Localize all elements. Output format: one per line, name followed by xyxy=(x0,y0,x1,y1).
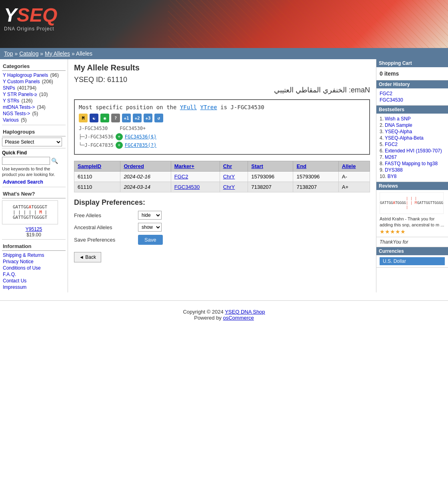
chr-link-0[interactable]: ChrY xyxy=(223,174,235,180)
sidebar-product-link[interactable]: Y95125 xyxy=(2,226,66,232)
ht-branch-prefix-0: ├─J-FGC34536 xyxy=(79,134,114,140)
main-content: My Allele Results YSEQ ID: 61110 Name: ا… xyxy=(68,59,376,292)
thankyou-section: ThankYou for xyxy=(376,237,448,247)
bestseller-0: 1. Wish a SNP xyxy=(380,116,445,122)
advanced-search-link[interactable]: Advanced Search xyxy=(2,179,66,185)
search-input[interactable] xyxy=(2,157,50,165)
review-text: Astrid Krahn - Thank you for adding this… xyxy=(380,216,445,228)
col-sample-id[interactable]: SampleID xyxy=(74,161,120,172)
bestseller-link-9[interactable]: BY8 xyxy=(388,174,397,179)
display-preferences: Display Preferences: Free Alleles hide s… xyxy=(74,198,370,245)
info-contact[interactable]: Contact Us xyxy=(2,278,66,284)
bestseller-link-3[interactable]: YSEQ-Alpha-Beta xyxy=(385,135,424,141)
sidebar-item-mtdna[interactable]: mtDNA Tests-> (34) xyxy=(2,104,66,110)
ht-icon-2[interactable]: ◉ xyxy=(100,114,109,122)
categories-title: Categories xyxy=(2,61,66,71)
info-faq[interactable]: F.A.Q. xyxy=(2,271,66,278)
sidebar-item-y-custom-panels[interactable]: Y Custom Panels (206) xyxy=(2,78,66,85)
ht-icon-plus3[interactable]: +3 xyxy=(144,114,152,122)
chr-link-1[interactable]: ChrY xyxy=(223,184,235,190)
ht-branch-btn-0[interactable]: + xyxy=(116,133,123,140)
ht-icon-1[interactable]: ☯ xyxy=(90,114,98,122)
engine-link[interactable]: osCommerce xyxy=(223,315,254,321)
info-privacy[interactable]: Privacy Notice xyxy=(2,258,66,265)
results-table: SampleID Ordered Marker+ Chr Start End A… xyxy=(74,161,370,192)
dna-graphic xyxy=(168,0,448,48)
cell-chr-1: ChrY xyxy=(220,182,248,192)
sidebar-item-various[interactable]: Various (5) xyxy=(2,117,66,123)
col-end[interactable]: End xyxy=(293,161,338,172)
breadcrumb-my-alleles[interactable]: My Alleles xyxy=(45,50,70,57)
yfull-link[interactable]: YFull xyxy=(180,104,197,110)
haplogroups-select[interactable]: Please Select xyxy=(2,138,62,146)
cell-start-1: 7138207 xyxy=(248,182,293,192)
whats-new-title: What's New? xyxy=(2,189,66,198)
cell-end-0: 15793096 xyxy=(293,172,338,182)
sidebar-item-snps[interactable]: SNPs (401794) xyxy=(2,85,66,91)
col-marker[interactable]: Marker+ xyxy=(171,161,220,172)
breadcrumb-catalog[interactable]: Catalog xyxy=(19,50,38,57)
marker-link-1[interactable]: FGC34530 xyxy=(174,184,200,190)
table-row: 61110 2024-02-16 FGC2 ChrY 15793096 1579… xyxy=(74,172,370,182)
info-impressum[interactable]: Impressum xyxy=(2,284,66,290)
ht-branch-link-0[interactable]: FGC34536($) xyxy=(125,134,156,140)
col-chr[interactable]: Chr xyxy=(220,161,248,172)
bestseller-link-7[interactable]: FASTQ Mapping to hg38 xyxy=(385,161,438,166)
review-seq-0: GATTGGATGGGG xyxy=(380,201,406,205)
order-link-1[interactable]: FGC34530 xyxy=(380,97,445,103)
bestseller-link-4[interactable]: FGC2 xyxy=(385,142,398,147)
shopping-cart-section: Shopping Cart 0 items xyxy=(376,59,448,80)
order-link-0[interactable]: FGC2 xyxy=(380,90,445,97)
sidebar-item-y-strs[interactable]: Y STRs (126) xyxy=(2,98,66,104)
ht-branch-btn-1[interactable]: + xyxy=(116,142,123,149)
bestseller-6: 7. M267 xyxy=(380,154,445,160)
shop-name-link[interactable]: YSEQ DNA Shop xyxy=(225,309,265,315)
breadcrumb-top[interactable]: Top xyxy=(4,50,13,57)
order-history-section: Order History FGC2 FGC34530 xyxy=(376,80,448,106)
marker-link-0[interactable]: FGC2 xyxy=(174,174,188,180)
ht-icon-3[interactable]: ? xyxy=(111,114,120,122)
logo-sub: DNA Origins Project xyxy=(4,26,57,32)
sidebar-item-y-haplogroup-panels[interactable]: Y Haplogroup Panels (96) xyxy=(2,72,66,78)
ht-icon-plus2[interactable]: +2 xyxy=(133,114,142,122)
bestseller-link-5[interactable]: Extended HVI (15930-707) xyxy=(385,148,442,154)
bestseller-link-8[interactable]: DYS388 xyxy=(385,167,403,173)
bestseller-1: 2. DNA Sample xyxy=(380,122,445,128)
info-conditions[interactable]: Conditions of Use xyxy=(2,265,66,271)
bestseller-link-6[interactable]: M267 xyxy=(385,154,397,160)
cell-allele-0: A- xyxy=(338,172,370,182)
bestseller-link-1[interactable]: DNA Sample xyxy=(385,122,412,128)
sidebar-product-price: $19.00 xyxy=(2,232,66,238)
bestseller-link-2[interactable]: YSEQ-Alpha xyxy=(385,129,412,134)
ht-node-link-label: FGC34530+ xyxy=(120,126,146,131)
col-start[interactable]: Start xyxy=(248,161,293,172)
cell-ordered-1: 2024-03-14 xyxy=(120,182,171,192)
back-button[interactable]: ◄ Back xyxy=(74,252,101,262)
left-sidebar: Categories Y Haplogroup Panels (96) Y Cu… xyxy=(0,59,68,292)
yseq-id-line: YSEQ ID: 61110 xyxy=(74,76,370,84)
bestseller-link-0[interactable]: Wish a SNP xyxy=(385,116,411,122)
info-shipping[interactable]: Shipping & Returns xyxy=(2,252,66,258)
sidebar-item-ngs[interactable]: NGS Tests-> (5) xyxy=(2,110,66,117)
footer-copyright: Copyright © 2024 YSEQ DNA Shop xyxy=(8,309,440,315)
ht-node-label: J-FGC34530 xyxy=(79,126,108,131)
review-dna-image: GATTGGATGGGG | | | | | M | GATTGGTTGGGG xyxy=(380,192,444,214)
yseq-id-label: YSEQ ID: xyxy=(74,76,105,84)
bestseller-4: 5. FGC2 xyxy=(380,141,445,148)
search-button[interactable]: 🔍 xyxy=(51,158,58,164)
ht-branch-link-1[interactable]: FGC47835(?) xyxy=(125,142,156,148)
save-preferences-button[interactable]: Save xyxy=(138,235,163,245)
col-ordered[interactable]: Ordered xyxy=(120,161,171,172)
table-header-row: SampleID Ordered Marker+ Chr Start End A… xyxy=(74,161,370,172)
ht-icon-plus1[interactable]: +1 xyxy=(122,114,131,122)
logo-text: YSEQ xyxy=(4,4,57,26)
ytree-link[interactable]: YTree xyxy=(200,104,217,110)
currency-button[interactable]: U.S. Dollar xyxy=(380,257,445,265)
col-allele[interactable]: Allele xyxy=(338,161,370,172)
right-sidebar: Shopping Cart 0 items Order History FGC2… xyxy=(376,59,448,292)
sidebar-item-y-str-panels[interactable]: Y STR Panels-≥ (10) xyxy=(2,91,66,98)
ht-icon-0[interactable]: M xyxy=(79,114,88,122)
free-alleles-select[interactable]: hide show xyxy=(138,211,162,220)
ancestral-alleles-select[interactable]: show hide xyxy=(138,223,162,232)
ht-icon-refresh[interactable]: ↺ xyxy=(154,114,163,122)
